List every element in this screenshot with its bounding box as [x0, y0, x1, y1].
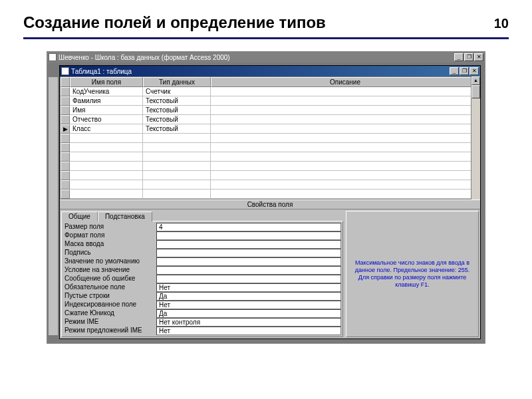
property-value[interactable] [156, 249, 341, 257]
field-name-cell[interactable]: Отчество [70, 115, 143, 124]
row-selector[interactable] [61, 143, 70, 152]
row-selector[interactable] [61, 106, 70, 115]
minimize-button[interactable]: _ [454, 53, 464, 61]
field-grid[interactable]: Имя поля Тип данных Описание КодУченикаС… [60, 76, 480, 200]
child-title: Таблица1 : таблица [71, 68, 450, 75]
field-desc-cell[interactable] [211, 190, 479, 199]
row-selector[interactable] [61, 162, 70, 171]
row-selector[interactable] [61, 171, 70, 180]
table-row[interactable]: ИмяТекстовый [61, 106, 479, 115]
row-selector[interactable] [61, 134, 70, 143]
field-desc-cell[interactable] [211, 106, 479, 115]
scroll-up-button[interactable]: ▲ [471, 76, 480, 85]
field-desc-cell[interactable] [211, 134, 479, 143]
property-value[interactable]: Нет контроля [156, 318, 341, 327]
field-type-cell[interactable] [143, 171, 211, 180]
restore-button[interactable]: ❐ [464, 53, 473, 61]
table-row[interactable] [61, 162, 479, 171]
row-selector[interactable] [61, 190, 70, 199]
row-selector[interactable] [61, 180, 70, 190]
property-value[interactable] [156, 231, 341, 240]
tab-general[interactable]: Общие [61, 211, 98, 221]
property-value[interactable]: 4 [156, 223, 341, 231]
scroll-thumb[interactable] [471, 85, 480, 98]
table-row[interactable] [61, 190, 479, 199]
table-row[interactable] [61, 143, 479, 152]
property-row: Сжатие ЮникодДа [63, 309, 341, 318]
field-type-cell[interactable]: Текстовый [143, 124, 211, 134]
property-value[interactable]: Нет [156, 301, 341, 309]
row-selector-header [61, 77, 70, 87]
field-desc-cell[interactable] [211, 152, 479, 162]
slide-header: Создание полей и определение типов 10 [23, 13, 509, 39]
field-name-cell[interactable] [70, 180, 143, 190]
table-row[interactable] [61, 171, 479, 180]
row-selector[interactable] [61, 152, 70, 162]
property-value[interactable] [156, 275, 341, 283]
field-desc-cell[interactable] [211, 87, 479, 96]
property-label: Подпись [63, 249, 156, 257]
table-row[interactable] [61, 152, 479, 162]
field-type-cell[interactable] [143, 190, 211, 199]
table-row[interactable] [61, 180, 479, 190]
property-value[interactable]: Нет [156, 327, 341, 335]
row-selector[interactable] [61, 96, 70, 106]
table-row[interactable]: ОтчествоТекстовый [61, 115, 479, 124]
field-type-cell[interactable]: Текстовый [143, 115, 211, 124]
field-name-cell[interactable] [70, 171, 143, 180]
field-type-cell[interactable] [143, 162, 211, 171]
field-name-cell[interactable] [70, 190, 143, 199]
property-label: Индексированное поле [63, 301, 156, 309]
table-row[interactable]: ▶КлассТекстовый [61, 124, 479, 134]
access-window: Шевченко - Школа : база данных (формат A… [47, 51, 485, 344]
field-desc-cell[interactable] [211, 162, 479, 171]
field-name-cell[interactable]: Класс [70, 124, 143, 134]
vertical-scrollbar[interactable]: ▲ [471, 76, 480, 200]
property-value[interactable]: Да [156, 309, 341, 318]
property-value[interactable] [156, 266, 341, 275]
row-selector[interactable]: ▶ [61, 124, 70, 134]
field-desc-cell[interactable] [211, 171, 479, 180]
field-name-cell[interactable]: КодУченика [70, 87, 143, 96]
close-button[interactable]: ✕ [474, 53, 483, 61]
child-titlebar[interactable]: Таблица1 : таблица _ ❐ ✕ [60, 66, 480, 76]
field-desc-cell[interactable] [211, 180, 479, 190]
col-header-name[interactable]: Имя поля [70, 77, 143, 87]
field-name-cell[interactable] [70, 162, 143, 171]
field-desc-cell[interactable] [211, 96, 479, 106]
property-label: Сжатие Юникод [63, 309, 156, 318]
field-name-cell[interactable]: Имя [70, 106, 143, 115]
field-type-cell[interactable]: Текстовый [143, 96, 211, 106]
property-value[interactable]: Нет [156, 283, 341, 292]
field-type-cell[interactable] [143, 152, 211, 162]
field-desc-cell[interactable] [211, 115, 479, 124]
field-name-cell[interactable] [70, 143, 143, 152]
field-desc-cell[interactable] [211, 143, 479, 152]
row-selector[interactable] [61, 87, 70, 96]
property-value[interactable]: Да [156, 292, 341, 301]
table-row[interactable]: ФамилияТекстовый [61, 96, 479, 106]
property-label: Пустые строки [63, 292, 156, 301]
field-type-cell[interactable] [143, 180, 211, 190]
field-name-cell[interactable] [70, 152, 143, 162]
field-name-cell[interactable]: Фамилия [70, 96, 143, 106]
close-button[interactable]: ✕ [469, 67, 479, 75]
minimize-button[interactable]: _ [450, 67, 459, 75]
table-row[interactable] [61, 134, 479, 143]
col-header-desc[interactable]: Описание [211, 77, 479, 87]
restore-button[interactable]: ❐ [460, 67, 469, 75]
table-row[interactable]: КодУченикаСчетчик [61, 87, 479, 96]
property-value[interactable] [156, 257, 341, 266]
field-desc-cell[interactable] [211, 124, 479, 134]
field-type-cell[interactable] [143, 134, 211, 143]
field-name-cell[interactable] [70, 134, 143, 143]
field-type-cell[interactable]: Текстовый [143, 106, 211, 115]
field-type-cell[interactable]: Счетчик [143, 87, 211, 96]
col-header-type[interactable]: Тип данных [143, 77, 211, 87]
property-row: Маска ввода [63, 240, 341, 249]
property-value[interactable] [156, 240, 341, 249]
tab-lookup[interactable]: Подстановка [98, 211, 152, 221]
field-type-cell[interactable] [143, 143, 211, 152]
row-selector[interactable] [61, 115, 70, 124]
parent-title: Шевченко - Школа : база данных (формат A… [59, 54, 454, 61]
